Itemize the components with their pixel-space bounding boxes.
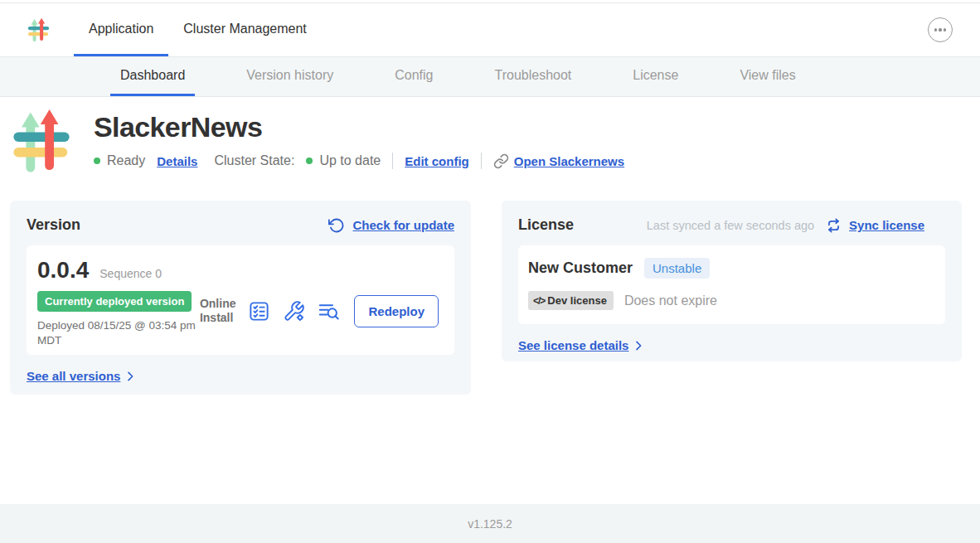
more-options-button[interactable] xyxy=(928,17,953,42)
refresh-icon xyxy=(328,217,345,234)
open-app-link[interactable]: Open Slackernews xyxy=(514,154,624,168)
see-all-versions-link[interactable]: See all versions xyxy=(27,369,120,383)
version-number: 0.0.4 xyxy=(37,257,89,284)
app-status-row: Ready Details Cluster State: Up to date … xyxy=(94,153,624,169)
footer: v1.125.2 xyxy=(0,504,980,543)
redeploy-button[interactable]: Redeploy xyxy=(354,295,439,327)
tab-troubleshoot[interactable]: Troubleshoot xyxy=(484,57,581,96)
details-link[interactable]: Details xyxy=(157,154,197,168)
cluster-state-value: Up to date xyxy=(319,153,381,168)
page-title: SlackerNews xyxy=(94,111,624,143)
main-content: SlackerNews Ready Details Cluster State:… xyxy=(0,97,980,504)
tab-dashboard[interactable]: Dashboard xyxy=(110,57,195,96)
license-card-title: License xyxy=(518,216,574,234)
license-type-badge: </> Dev license xyxy=(528,291,614,310)
last-synced-label: Last synced a few seconds ago xyxy=(647,219,814,232)
ellipsis-icon xyxy=(934,28,937,31)
chevron-right-icon xyxy=(124,370,137,383)
sync-license-link[interactable]: Sync license xyxy=(849,218,924,232)
version-card-title: Version xyxy=(27,216,80,234)
config-wrench-icon[interactable] xyxy=(283,300,305,322)
tab-view-files[interactable]: View files xyxy=(730,57,805,96)
sequence-label: Sequence 0 xyxy=(99,267,162,280)
tab-config[interactable]: Config xyxy=(385,57,443,96)
license-expiry-label: Does not expire xyxy=(624,293,717,308)
check-for-update-link[interactable]: Check for update xyxy=(352,218,454,232)
see-license-details-link[interactable]: See license details xyxy=(518,338,628,352)
divider xyxy=(481,153,482,169)
console-version-label: v1.125.2 xyxy=(468,517,512,531)
divider xyxy=(392,153,393,169)
top-app-bar: Application Cluster Management xyxy=(0,2,980,56)
chevron-right-icon xyxy=(632,339,645,352)
tab-license[interactable]: License xyxy=(623,57,688,96)
preflight-checks-icon[interactable] xyxy=(248,300,270,322)
view-logs-icon[interactable] xyxy=(318,300,340,322)
code-icon: </> xyxy=(533,295,545,307)
top-nav-tab-application[interactable]: Application xyxy=(74,3,168,56)
edit-config-link[interactable]: Edit config xyxy=(405,154,469,168)
top-nav: Application Cluster Management xyxy=(74,3,322,56)
link-icon xyxy=(493,153,509,169)
current-version-panel: 0.0.4 Sequence 0 Currently deployed vers… xyxy=(27,245,454,355)
tab-version-history[interactable]: Version history xyxy=(236,57,343,96)
cluster-state-dot xyxy=(306,158,313,164)
app-sub-nav: Dashboard Version history Config Trouble… xyxy=(0,56,980,97)
deployed-timestamp: Deployed 08/15/25 @ 03:54 pm MDT xyxy=(37,318,200,348)
install-type-label: Online Install xyxy=(200,297,236,326)
cluster-state-label: Cluster State: xyxy=(214,153,294,168)
slackernews-logo-icon xyxy=(12,109,71,176)
app-status-dot xyxy=(94,158,100,164)
license-type-label: Dev license xyxy=(547,294,607,307)
app-logo-icon xyxy=(27,17,50,43)
version-card: Version Check for update 0.0.4 Sequ xyxy=(10,201,471,395)
license-details-panel: New Customer Unstable </> Dev license Do… xyxy=(518,245,945,324)
license-card: License Last synced a few seconds ago Sy… xyxy=(502,201,962,361)
sync-icon xyxy=(826,218,842,233)
app-header: SlackerNews Ready Details Cluster State:… xyxy=(0,97,980,176)
top-nav-tab-cluster-management[interactable]: Cluster Management xyxy=(168,3,322,56)
deployed-status-badge: Currently deployed version xyxy=(37,291,192,312)
channel-badge: Unstable xyxy=(644,258,710,279)
customer-name: New Customer xyxy=(528,259,633,277)
app-status-label: Ready xyxy=(107,153,145,168)
